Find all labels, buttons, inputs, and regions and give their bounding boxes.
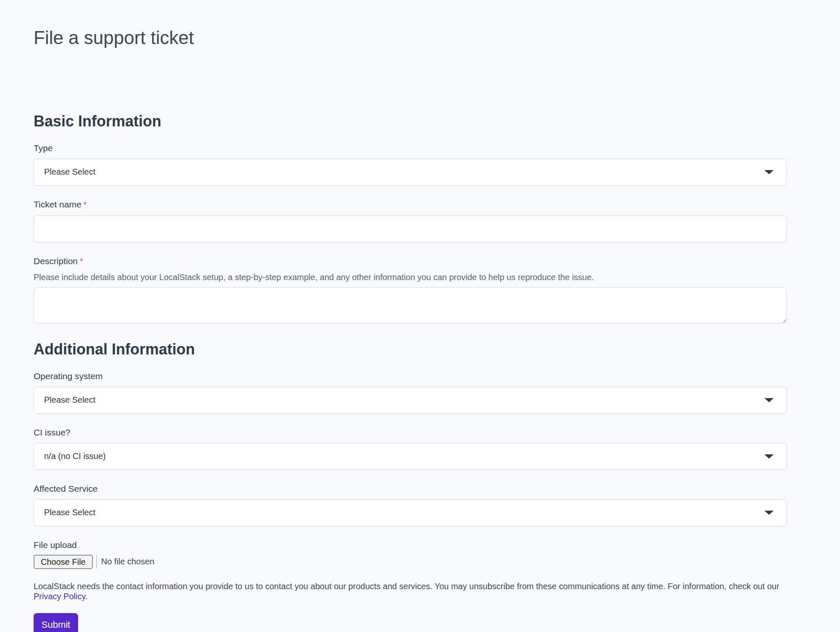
privacy-text: LocalStack needs the contact information… <box>34 582 779 591</box>
field-operating-system: Operating system Please Select <box>34 371 787 414</box>
affected-service-label: Affected Service <box>34 483 787 494</box>
support-ticket-page: File a support ticket Basic Information … <box>0 0 840 632</box>
chevron-down-icon <box>764 454 774 459</box>
field-file-upload: File upload Choose File No file chosen <box>34 540 787 570</box>
file-upload-label: File upload <box>34 540 787 550</box>
required-asterisk: * <box>80 257 83 266</box>
field-ci-issue: CI issue? n/a (no CI issue) <box>34 427 787 470</box>
operating-system-select-value: Please Select <box>44 395 95 405</box>
additional-information-heading: Additional Information <box>34 340 787 358</box>
affected-service-select-value: Please Select <box>44 508 95 517</box>
operating-system-select[interactable]: Please Select <box>34 387 787 414</box>
field-ticket-name: Ticket name* <box>34 199 787 242</box>
chevron-down-icon <box>764 170 774 174</box>
ticket-name-input[interactable] <box>34 215 787 242</box>
privacy-note: LocalStack needs the contact information… <box>34 581 787 601</box>
type-select-value: Please Select <box>44 167 95 177</box>
ticket-name-label: Ticket name* <box>34 199 787 210</box>
field-type: Type Please Select <box>34 143 787 186</box>
field-description: Description* Please include details abou… <box>34 256 787 325</box>
choose-file-button[interactable]: Choose File <box>34 555 93 569</box>
section-basic-information: Basic Information Type Please Select Tic… <box>34 112 787 325</box>
description-label: Description* <box>34 256 787 267</box>
required-asterisk: * <box>84 200 87 209</box>
file-upload-control: Choose File No file chosen <box>34 553 787 570</box>
description-helper-text: Please include details about your LocalS… <box>34 272 787 282</box>
support-ticket-form: Basic Information Type Please Select Tic… <box>34 112 787 632</box>
page-title: File a support ticket <box>34 27 806 49</box>
ci-issue-label: CI issue? <box>34 427 787 438</box>
operating-system-label: Operating system <box>34 371 787 381</box>
privacy-policy-link[interactable]: Privacy Policy <box>34 592 85 601</box>
affected-service-select[interactable]: Please Select <box>34 499 787 526</box>
basic-information-heading: Basic Information <box>34 112 787 130</box>
chevron-down-icon <box>764 511 774 515</box>
type-label: Type <box>34 143 787 153</box>
section-additional-information: Additional Information Operating system … <box>34 340 787 570</box>
ci-issue-select-value: n/a (no CI issue) <box>44 451 106 461</box>
privacy-text-period: . <box>85 592 88 601</box>
type-select[interactable]: Please Select <box>34 159 787 186</box>
submit-button[interactable]: Submit <box>34 613 78 632</box>
file-chosen-status: No file chosen <box>101 557 155 566</box>
file-input-divider <box>96 555 97 569</box>
field-affected-service: Affected Service Please Select <box>34 483 787 526</box>
description-textarea[interactable] <box>34 287 787 323</box>
chevron-down-icon <box>764 398 774 402</box>
ci-issue-select[interactable]: n/a (no CI issue) <box>34 443 787 470</box>
